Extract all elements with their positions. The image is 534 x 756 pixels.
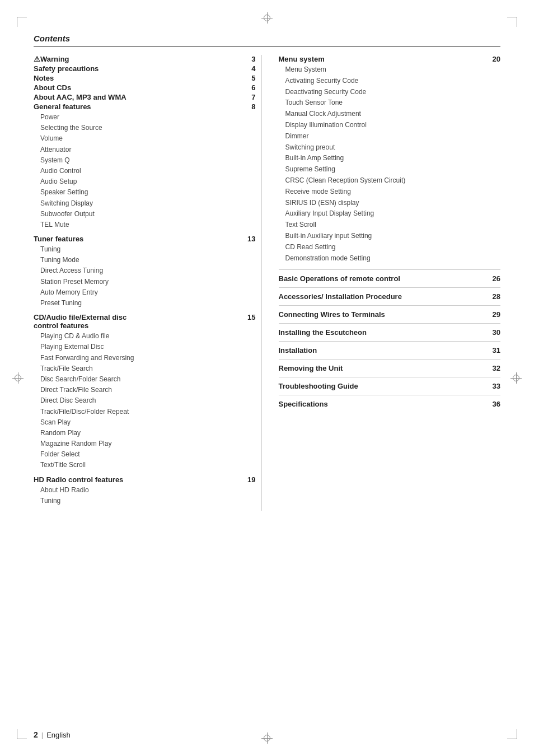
section-specifications: Specifications 36	[279, 400, 501, 408]
dots	[72, 61, 247, 62]
menu-sub-item: Auxiliary Input Display Setting	[285, 208, 501, 220]
section-about-cds-title: About CDs	[34, 83, 71, 92]
section-tuner-features: Tuner features 13	[34, 235, 256, 243]
section-notes: Notes 5	[34, 74, 256, 82]
section-notes-page: 5	[251, 74, 255, 82]
separator: |	[41, 731, 43, 739]
sub-item: Tuning	[40, 496, 256, 506]
reg-mark-left	[12, 372, 24, 384]
dots	[125, 482, 243, 482]
section-menu-system: Menu system 20	[279, 55, 501, 63]
section-warning-page: 3	[251, 55, 255, 63]
sub-item: Audio Control	[40, 166, 256, 176]
dots	[101, 71, 247, 71]
section-removing-unit: Removing the Unit 32	[279, 364, 501, 372]
section-safety: Safety precautions 4	[34, 64, 256, 73]
section-menu-system-page: 20	[493, 55, 500, 63]
sub-item: Direct Disc Search	[40, 395, 256, 406]
divider	[279, 305, 501, 306]
sub-item: Speaker Setting	[40, 187, 256, 198]
section-removing-unit-title: Removing the Unit	[279, 364, 343, 372]
menu-sub-item: Built-in Auxiliary input Setting	[285, 231, 501, 242]
corner-mark-tr	[507, 17, 517, 27]
divider	[279, 395, 501, 395]
dots	[86, 241, 243, 241]
corner-mark-tl	[17, 17, 27, 27]
sub-item: Attenuator	[40, 144, 256, 155]
section-basic-ops: Basic Operations of remote control 26	[279, 274, 501, 283]
dots	[148, 313, 243, 314]
page-number: 2	[34, 730, 38, 739]
divider	[279, 359, 501, 360]
section-installing-escutcheon-title: Installing the Escutcheon	[279, 328, 367, 337]
menu-sub-item: Menu System	[285, 64, 501, 76]
section-about-aac-title: About AAC, MP3 and WMA	[34, 93, 127, 101]
section-connecting-wires-title: Connecting Wires to Terminals	[279, 310, 385, 319]
section-menu-system-title: Menu system	[279, 55, 325, 63]
section-basic-ops-title: Basic Operations of remote control	[279, 274, 400, 283]
sub-item: Direct Access Tuning	[40, 265, 256, 276]
menu-sub-item: Deactivating Security Code	[285, 87, 501, 98]
section-troubleshooting-title: Troubleshooting Guide	[279, 382, 358, 390]
sub-item: System Q	[40, 155, 256, 166]
sub-item: About HD Radio	[40, 485, 256, 496]
page-title: Contents	[34, 34, 500, 47]
corner-mark-br	[507, 729, 517, 739]
section-tuner-features-page: 13	[247, 235, 255, 243]
section-specifications-title: Specifications	[279, 400, 328, 408]
section-accessories-title: Accessories/ Installation Procedure	[279, 292, 402, 301]
section-hd-radio-title: HD Radio control features	[34, 475, 123, 484]
section-installation-title: Installation	[279, 346, 317, 354]
sub-item: Tuning	[40, 244, 256, 255]
sub-item: Disc Search/Folder Search	[40, 374, 256, 385]
section-cd-audio-title: CD/Audio file/External disc control feat…	[34, 313, 146, 330]
menu-sub-item: Built-in Amp Setting	[285, 153, 501, 164]
section-installation: Installation 31	[279, 346, 501, 354]
section-removing-unit-page: 32	[493, 364, 500, 372]
sub-item: Volume	[40, 133, 256, 144]
menu-sub-item: Text Scroll	[285, 220, 501, 231]
reg-mark-top	[261, 12, 273, 24]
section-safety-title: Safety precautions	[34, 64, 99, 73]
section-about-aac: About AAC, MP3 and WMA 7	[34, 93, 256, 101]
section-cd-audio: CD/Audio file/External disc control feat…	[34, 313, 256, 330]
divider	[279, 377, 501, 377]
section-hd-radio: HD Radio control features 19	[34, 475, 256, 484]
menu-sub-item: Activating Security Code	[285, 76, 501, 87]
bottom-bar: 2 | English	[34, 730, 71, 739]
divider	[279, 287, 501, 288]
section-safety-page: 4	[251, 64, 255, 73]
menu-sub-item: Demonstration mode Setting	[285, 253, 501, 264]
section-accessories-page: 28	[493, 292, 500, 301]
sub-item: Folder Select	[40, 449, 256, 460]
menu-sub-item: Receive mode Setting	[285, 186, 501, 198]
sub-item: Track/File Search	[40, 363, 256, 374]
section-about-aac-page: 7	[251, 93, 255, 101]
section-general-features: General features 8	[34, 102, 256, 111]
sub-item: Random Play	[40, 428, 256, 438]
section-hd-radio-page: 19	[247, 475, 255, 484]
section-specifications-page: 36	[493, 400, 500, 408]
dots	[93, 109, 247, 109]
menu-sub-item: Manual Clock Adjustment	[285, 109, 501, 120]
sub-item: Switching Display	[40, 198, 256, 209]
sub-item: Selecting the Source	[40, 123, 256, 133]
sub-item: Tuning Mode	[40, 255, 256, 265]
sub-item: Magazine Random Play	[40, 438, 256, 449]
dots	[129, 99, 247, 100]
sub-item: Station Preset Memory	[40, 277, 256, 287]
section-notes-title: Notes	[34, 74, 54, 82]
sub-item: Direct Track/File Search	[40, 385, 256, 395]
sub-item: Fast Forwarding and Reversing	[40, 353, 256, 363]
section-basic-ops-page: 26	[493, 274, 500, 283]
sub-item: Auto Memory Entry	[40, 287, 256, 298]
tuner-features-subitems: Tuning Tuning Mode Direct Access Tuning …	[40, 244, 256, 309]
section-general-features-title: General features	[34, 102, 91, 111]
language-label: English	[46, 731, 71, 739]
divider	[279, 269, 501, 270]
section-general-features-page: 8	[251, 102, 255, 111]
menu-sub-item: Supreme Setting	[285, 164, 501, 175]
section-installing-escutcheon-page: 30	[493, 328, 500, 337]
sub-item: Subwoofer Output	[40, 209, 256, 220]
sub-item: Playing CD & Audio file	[40, 331, 256, 342]
